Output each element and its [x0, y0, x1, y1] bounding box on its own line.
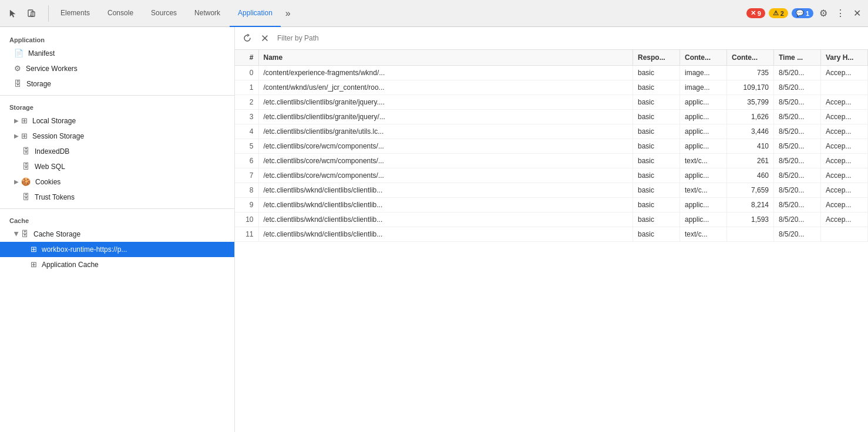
col-header-name[interactable]: Name: [258, 50, 633, 66]
sidebar-item-session-storage[interactable]: ▶ ⊞ Session Storage: [0, 129, 234, 144]
sidebar-item-websql[interactable]: 🗄 Web SQL: [0, 159, 234, 174]
application-section-title: Application: [0, 32, 234, 46]
col-header-num[interactable]: #: [235, 50, 258, 66]
table-row[interactable]: 8 /etc.clientlibs/wknd/clientlibs/client…: [235, 183, 868, 198]
cell-vary: Accep...: [821, 139, 868, 154]
workbox-label: workbox-runtime-https://p...: [42, 244, 127, 255]
cell-vary: Accep...: [821, 124, 868, 139]
table-row[interactable]: 2 /etc.clientlibs/clientlibs/granite/jqu…: [235, 95, 868, 110]
col-header-time[interactable]: Time ...: [774, 50, 821, 66]
cell-name: /content/experience-fragments/wknd/...: [258, 66, 633, 80]
table-row[interactable]: 7 /etc.clientlibs/core/wcm/components/..…: [235, 168, 868, 183]
more-options-icon[interactable]: ⋮: [833, 5, 847, 21]
close-icon[interactable]: ✕: [851, 5, 863, 21]
manifest-icon: 📄: [14, 48, 23, 59]
settings-icon[interactable]: ⚙: [817, 5, 830, 21]
workbox-icon: ⊞: [31, 244, 37, 255]
cell-response: basic: [633, 198, 680, 212]
cell-num: 11: [235, 227, 258, 242]
error-count: 9: [758, 10, 761, 17]
table-row[interactable]: 3 /etc.clientlibs/clientlibs/granite/jqu…: [235, 110, 868, 124]
table-row[interactable]: 1 /content/wknd/us/en/_jcr_content/roo..…: [235, 80, 868, 95]
cache-section-title: Cache: [0, 212, 234, 227]
sidebar-item-local-storage[interactable]: ▶ ⊞ Local Storage: [0, 113, 234, 129]
cell-response: basic: [633, 110, 680, 124]
sidebar-item-indexeddb[interactable]: 🗄 IndexedDB: [0, 144, 234, 159]
sidebar-item-service-workers[interactable]: ⚙ Service Workers: [0, 61, 234, 76]
cell-content-size: 460: [727, 168, 774, 183]
table-row[interactable]: 10 /etc.clientlibs/wknd/clientlibs/clien…: [235, 212, 868, 227]
sidebar-item-manifest[interactable]: 📄 Manifest: [0, 46, 234, 61]
expand-cookies-arrow: ▶: [14, 177, 19, 187]
tab-network[interactable]: Network: [186, 0, 228, 27]
device-icon-btn[interactable]: [23, 5, 40, 22]
cell-num: 0: [235, 66, 258, 80]
clear-button[interactable]: [257, 31, 272, 46]
cell-time: 8/5/20...: [774, 139, 821, 154]
cell-content-type: applic...: [680, 168, 727, 183]
cell-name: /etc.clientlibs/clientlibs/granite/jquer…: [258, 110, 633, 124]
cell-response: basic: [633, 95, 680, 110]
table-row[interactable]: 4 /etc.clientlibs/clientlibs/granite/uti…: [235, 124, 868, 139]
error-badge[interactable]: ✕ 9: [746, 8, 765, 18]
cell-content-size: 735: [727, 66, 774, 80]
cell-response: basic: [633, 124, 680, 139]
table-row[interactable]: 5 /etc.clientlibs/core/wcm/components/..…: [235, 139, 868, 154]
table-row[interactable]: 9 /etc.clientlibs/wknd/clientlibs/client…: [235, 198, 868, 212]
toolbar-right: ✕ 9 ⚠ 2 💬 1 ⚙ ⋮ ✕: [746, 5, 863, 21]
tab-elements[interactable]: Elements: [52, 0, 98, 27]
cell-time: 8/5/20...: [774, 212, 821, 227]
cell-content-type: image...: [680, 66, 727, 80]
cell-num: 6: [235, 154, 258, 168]
filter-input[interactable]: [275, 33, 863, 43]
tab-application[interactable]: Application: [230, 0, 281, 27]
cell-num: 1: [235, 80, 258, 95]
sidebar-item-cookies[interactable]: ▶ 🍪 Cookies: [0, 174, 234, 190]
cell-content-type: applic...: [680, 198, 727, 212]
cursor-icon-btn[interactable]: [5, 5, 21, 22]
refresh-button[interactable]: [240, 31, 255, 46]
table-row[interactable]: 6 /etc.clientlibs/core/wcm/components/..…: [235, 154, 868, 168]
service-workers-label: Service Workers: [26, 63, 78, 74]
msg-badge[interactable]: 💬 1: [792, 8, 813, 18]
sidebar-item-app-cache[interactable]: ⊞ Application Cache: [0, 257, 234, 272]
cell-time: 8/5/20...: [774, 183, 821, 198]
websql-icon: 🗄: [22, 161, 30, 172]
cell-content-type: applic...: [680, 212, 727, 227]
sidebar-item-trust-tokens[interactable]: 🗄 Trust Tokens: [0, 190, 234, 205]
more-tabs-icon[interactable]: »: [282, 8, 294, 19]
sidebar-item-workbox[interactable]: ⊞ workbox-runtime-https://p...: [0, 242, 234, 257]
warn-badge[interactable]: ⚠ 2: [769, 8, 788, 18]
storage-label: Storage: [26, 79, 51, 89]
cell-content-size: 35,799: [727, 95, 774, 110]
cell-time: 8/5/20...: [774, 66, 821, 80]
col-header-content-type[interactable]: Conte...: [680, 50, 727, 66]
cell-num: 5: [235, 139, 258, 154]
app-cache-label: Application Cache: [42, 259, 99, 270]
sidebar-item-storage[interactable]: 🗄 Storage: [0, 76, 234, 92]
main-layout: Application 📄 Manifest ⚙ Service Workers…: [0, 27, 868, 432]
table-row[interactable]: 0 /content/experience-fragments/wknd/...…: [235, 66, 868, 80]
cache-storage-icon: 🗄: [21, 229, 29, 239]
expand-session-storage-arrow: ▶: [14, 131, 19, 141]
cell-num: 4: [235, 124, 258, 139]
cell-name: /etc.clientlibs/clientlibs/granite/jquer…: [258, 95, 633, 110]
col-header-response[interactable]: Respo...: [633, 50, 680, 66]
sidebar-item-cache-storage[interactable]: ▶ 🗄 Cache Storage: [0, 227, 234, 242]
col-header-vary[interactable]: Vary H...: [821, 50, 868, 66]
cell-name: /etc.clientlibs/wknd/clientlibs/clientli…: [258, 198, 633, 212]
col-header-content-size[interactable]: Conte...: [727, 50, 774, 66]
warn-count: 2: [780, 10, 784, 17]
table-header: # Name Respo... Conte... Conte... Time .…: [235, 50, 868, 66]
cell-content-size: 7,659: [727, 183, 774, 198]
cell-num: 3: [235, 110, 258, 124]
cell-time: 8/5/20...: [774, 95, 821, 110]
local-storage-label: Local Storage: [32, 116, 76, 126]
cell-name: /etc.clientlibs/core/wcm/components/...: [258, 154, 633, 168]
cell-vary: Accep...: [821, 212, 868, 227]
toolbar-divider: [48, 5, 49, 22]
cell-time: 8/5/20...: [774, 168, 821, 183]
tab-sources[interactable]: Sources: [143, 0, 185, 27]
tab-console[interactable]: Console: [99, 0, 142, 27]
table-row[interactable]: 11 /etc.clientlibs/wknd/clientlibs/clien…: [235, 227, 868, 242]
